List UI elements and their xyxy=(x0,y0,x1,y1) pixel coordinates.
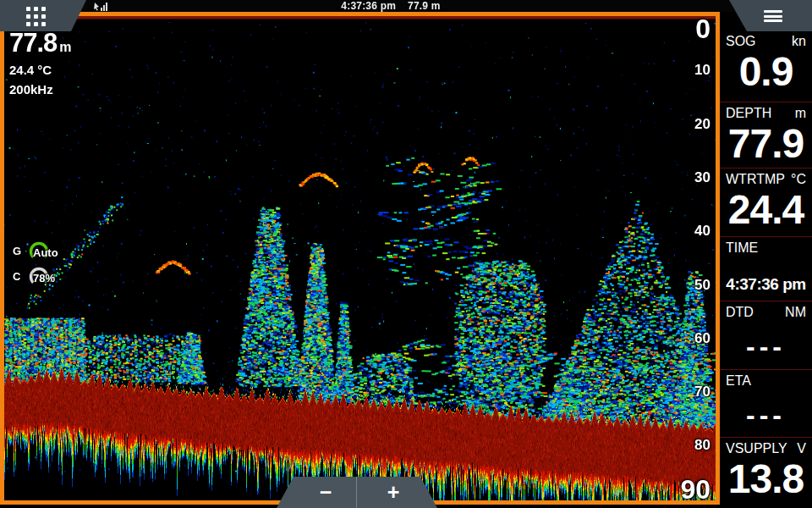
sonar-readouts-overlay: 77.8m 24.4 °C 200kHz xyxy=(9,30,72,99)
depth-scale-label-40: 40 xyxy=(694,223,710,240)
hamburger-menu-icon xyxy=(764,10,782,22)
databox-dtd[interactable]: DTDNM --- xyxy=(720,301,812,369)
depth-scale-label-20: 20 xyxy=(694,116,710,133)
databox-label: VSUPPLY xyxy=(726,440,787,457)
databox-vsupply[interactable]: VSUPPLYV 13.8 xyxy=(720,437,812,508)
databox-label: WTRTMP xyxy=(726,171,785,188)
databox-time[interactable]: TIME 4:37:36 pm xyxy=(720,236,812,301)
pages-home-button[interactable] xyxy=(0,0,86,31)
databox-unit: °C xyxy=(791,171,806,188)
overlay-water-temp: 24.4 °C xyxy=(9,60,72,80)
depth-scale-label-60: 60 xyxy=(694,330,710,347)
gain-letter: G xyxy=(13,245,21,257)
sonar-panel: 77.8m 24.4 °C 200kHz G Auto C 78% 010203… xyxy=(0,12,720,505)
databox-value: 13.8 xyxy=(726,458,806,500)
topbar-clock-depth: 4:37:36 pm77.9 m xyxy=(271,0,511,12)
gain-value: Auto xyxy=(33,246,58,259)
overlay-frequency: 200kHz xyxy=(9,80,72,99)
databox-label: TIME xyxy=(726,240,758,257)
databox-eta[interactable]: ETA --- xyxy=(720,369,812,437)
range-zoom-bar: − + xyxy=(277,477,437,508)
databox-label: DEPTH xyxy=(726,105,771,122)
databox-value: 0.9 xyxy=(726,51,806,93)
top-status-bar: 4:37:36 pm77.9 m xyxy=(0,0,812,12)
color-gauge[interactable]: C 78% xyxy=(11,266,79,288)
color-letter: C xyxy=(13,270,20,283)
databox-label: SOG xyxy=(726,33,756,50)
chartplotter-screen: 4:37:36 pm77.9 m 77.8m 24.4 °C 200kHz G … xyxy=(0,0,812,508)
depth-scale-label-0: 0 xyxy=(695,13,710,45)
satellite-signal-icon xyxy=(93,1,108,12)
databox-value: 4:37:36 pm xyxy=(726,275,806,294)
zoom-out-button[interactable]: − xyxy=(292,477,359,508)
depth-scale-label-50: 50 xyxy=(694,277,710,294)
topbar-depth: 77.9 m xyxy=(408,0,441,12)
depth-scale-label-70: 70 xyxy=(694,384,710,400)
databox-value: --- xyxy=(726,400,806,431)
databox-value: 24.4 xyxy=(726,189,806,231)
databox-value: 77.9 xyxy=(726,123,806,165)
apps-grid-icon xyxy=(26,7,46,26)
overlay-depth: 77.8m xyxy=(9,30,72,60)
zoom-bar-divider xyxy=(356,477,357,508)
databox-unit: NM xyxy=(785,304,806,321)
gain-gauge[interactable]: G Auto xyxy=(11,240,79,262)
instrument-sidebar: SOGkn 0.9 DEPTHm 77.9 WTRTMP°C 24.4 TIME… xyxy=(720,0,812,508)
depth-scale-label-90: 90 xyxy=(680,473,710,505)
databox-unit: m xyxy=(795,105,806,122)
depth-scale: 0102030405060708090 xyxy=(4,16,716,500)
depth-scale-label-30: 30 xyxy=(694,169,710,186)
color-value: 78% xyxy=(33,272,55,284)
databox-unit: kn xyxy=(792,33,806,50)
databox-depth[interactable]: DEPTHm 77.9 xyxy=(720,102,812,168)
topbar-time: 4:37:36 pm xyxy=(341,0,396,12)
zoom-in-button[interactable]: + xyxy=(359,477,427,508)
depth-scale-label-10: 10 xyxy=(694,62,710,79)
databox-wtrtmp[interactable]: WTRTMP°C 24.4 xyxy=(720,168,812,236)
databox-value: --- xyxy=(726,331,806,362)
databox-sog[interactable]: SOGkn 0.9 xyxy=(720,30,812,102)
databox-label: ETA xyxy=(726,373,751,389)
databox-label: DTD xyxy=(726,304,754,321)
databox-unit: V xyxy=(797,440,806,457)
overlay-depth-unit: m xyxy=(59,40,71,54)
depth-scale-label-80: 80 xyxy=(694,437,710,454)
